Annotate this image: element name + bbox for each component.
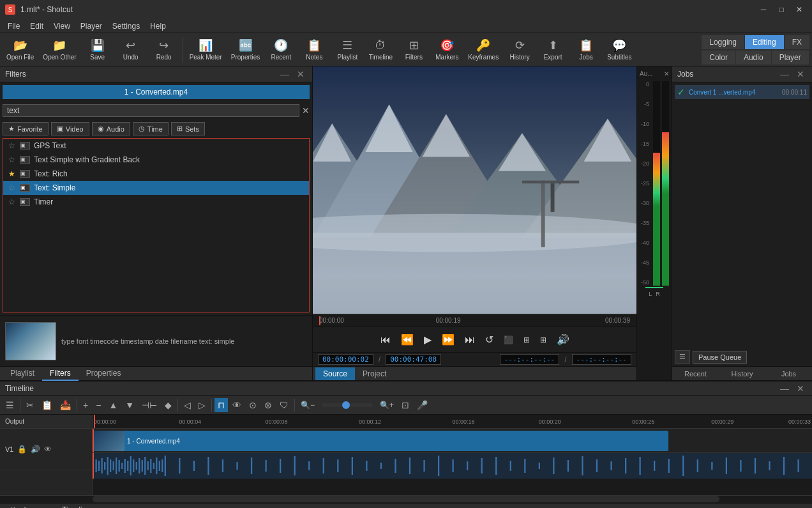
zoom-fit-button[interactable]: ⊡	[398, 398, 412, 412]
timeline-split-button[interactable]: ⊣⊢	[139, 398, 160, 412]
export-button[interactable]: ⬆ Export	[537, 35, 569, 65]
minimize-button[interactable]: ─	[756, 4, 771, 15]
timeline-zoom-thumb[interactable]	[342, 401, 350, 409]
subtitles-button[interactable]: 💬 Subtitles	[603, 35, 635, 65]
rewind-button[interactable]: ⏪	[398, 331, 416, 348]
menu-player[interactable]: Player	[75, 20, 107, 32]
v1-eye-icon[interactable]: 👁	[44, 445, 52, 454]
timeline-drop-button[interactable]: ▼	[122, 398, 137, 412]
text-rich-star[interactable]: ★	[8, 169, 16, 178]
history-button[interactable]: ⟳ History	[504, 35, 536, 65]
category-audio-button[interactable]: ◉ Audio	[92, 122, 130, 135]
volume-button[interactable]: 🔊	[554, 331, 572, 348]
zoom-out-button[interactable]: 🔍−	[297, 399, 318, 412]
timeline-record-button[interactable]: 🎤	[414, 398, 431, 412]
peak-meter-button[interactable]: 📊 Peak Meter	[186, 35, 226, 65]
properties-button[interactable]: 🔤 Properties	[227, 35, 264, 65]
undo-button[interactable]: ↩ Undo	[115, 35, 147, 65]
timeline-next-button[interactable]: ▷	[195, 398, 209, 412]
source-tab[interactable]: Source	[315, 367, 355, 380]
jobs-menu-button[interactable]: ☰	[675, 350, 690, 364]
menu-file[interactable]: File	[3, 20, 25, 32]
grid-button[interactable]: ⊞	[521, 333, 532, 347]
timer-star[interactable]: ☆	[8, 197, 16, 206]
jobs-minimize-button[interactable]: —	[778, 69, 792, 79]
logging-mode-button[interactable]: Logging	[702, 35, 744, 49]
editing-mode-button[interactable]: Editing	[745, 35, 784, 49]
category-sets-button[interactable]: ⊞ Sets	[171, 122, 205, 135]
gps-text-star[interactable]: ☆	[8, 141, 16, 150]
fx-mode-button[interactable]: FX	[785, 35, 809, 49]
redo-button[interactable]: ↪ Redo	[148, 35, 180, 65]
tab-playlist[interactable]: Playlist	[3, 367, 42, 381]
timeline-diamond-button[interactable]: ◆	[162, 398, 175, 412]
playlist-button[interactable]: ☰ Playlist	[331, 35, 363, 65]
timeline-lift-button[interactable]: ▲	[105, 398, 121, 412]
text-simple-gradient-star[interactable]: ☆	[8, 155, 16, 164]
skip-to-start-button[interactable]: ⏮	[378, 332, 393, 348]
open-other-button[interactable]: 📁 Open Other	[39, 35, 80, 65]
timeline-menu-button[interactable]: ☰	[3, 398, 17, 412]
timeline-scrollbar[interactable]	[93, 496, 719, 502]
filters-minimize-button[interactable]: —	[278, 69, 292, 79]
filters-clear-button[interactable]: ✕	[302, 105, 310, 116]
filter-gps-text[interactable]: ☆ ▣ GPS Text	[3, 139, 309, 153]
jobs-tab-recent[interactable]: Recent	[672, 367, 719, 380]
tab-properties[interactable]: Properties	[79, 367, 129, 381]
filter-timer[interactable]: ☆ ▣ Timer	[3, 195, 309, 209]
filter-text-simple[interactable]: ☆ ▣ Text: Simple	[3, 181, 309, 195]
fast-forward-button[interactable]: ⏩	[439, 331, 457, 348]
filters-close-button[interactable]: ✕	[294, 69, 307, 79]
save-button[interactable]: 💾 Save	[82, 35, 114, 65]
current-timecode[interactable]: 00:00:00:02	[318, 354, 373, 365]
timeline-ripple-delete-button[interactable]: −	[93, 398, 104, 412]
category-favorite-button[interactable]: ★ Favorite	[3, 122, 49, 135]
player-mode-button[interactable]: Player	[772, 50, 809, 65]
jobs-close-button[interactable]: ✕	[794, 69, 807, 79]
filters-button[interactable]: ⊞ Filters	[398, 35, 430, 65]
snap-button[interactable]: ⊞	[538, 333, 549, 347]
filters-search-input[interactable]	[3, 104, 299, 117]
menu-settings[interactable]: Settings	[107, 20, 145, 32]
v1-lock-icon[interactable]: 🔒	[17, 445, 27, 454]
timeline-close-button[interactable]: ✕	[794, 383, 807, 394]
tl-tab-keyframes[interactable]: Keyframes	[3, 504, 54, 509]
zoom-in-button[interactable]: 🔍+	[377, 399, 397, 412]
in-point-button[interactable]: ⬛	[501, 333, 516, 347]
open-file-button[interactable]: 📂 Open File	[3, 35, 38, 65]
pause-queue-button[interactable]: Pause Queue	[693, 351, 747, 364]
jobs-tab-jobs[interactable]: Jobs	[765, 367, 812, 380]
timeline-prev-button[interactable]: ◁	[181, 398, 194, 412]
menu-help[interactable]: Help	[145, 20, 171, 32]
timeline-button[interactable]: ⏱ Timeline	[365, 35, 396, 65]
timeline-zoom-slider[interactable]	[322, 403, 373, 407]
color-mode-button[interactable]: Color	[702, 50, 735, 65]
filter-text-rich[interactable]: ★ ▣ Text: Rich	[3, 167, 309, 181]
filter-text-simple-gradient[interactable]: ☆ ▣ Text Simple with Gradient Back	[3, 153, 309, 167]
maximize-button[interactable]: □	[774, 4, 789, 15]
recent-button[interactable]: 🕐 Recent	[265, 35, 297, 65]
tab-filters[interactable]: Filters	[42, 367, 79, 381]
menu-view[interactable]: View	[49, 20, 75, 32]
keyframes-button[interactable]: 🔑 Keyframes	[464, 35, 502, 65]
jobs-tab-history[interactable]: History	[719, 367, 765, 380]
timeline-scrub-button[interactable]: 👁	[229, 398, 244, 412]
loop-button[interactable]: ↺	[483, 331, 496, 348]
play-button[interactable]: ▶	[421, 331, 434, 348]
video-clip[interactable]: 1 - Converted.mp4	[93, 431, 668, 451]
skip-to-end-button[interactable]: ⏭	[462, 332, 477, 348]
project-tab[interactable]: Project	[355, 367, 394, 380]
timeline-append-button[interactable]: +	[80, 398, 91, 412]
v1-audio-icon[interactable]: 🔊	[31, 445, 40, 454]
text-simple-star[interactable]: ☆	[8, 183, 16, 192]
tl-tab-timeline[interactable]: Timeline	[54, 504, 98, 509]
timeline-copy-button[interactable]: 📋	[38, 398, 56, 412]
timeline-snap-button[interactable]: ⊓	[214, 398, 228, 412]
timeline-paste-button[interactable]: 📥	[57, 398, 74, 412]
category-time-button[interactable]: ◷ Time	[133, 122, 169, 135]
jobs-button[interactable]: 📋 Jobs	[570, 35, 602, 65]
timeline-lock-button[interactable]: 🛡	[276, 398, 292, 412]
menu-edit[interactable]: Edit	[25, 20, 49, 32]
close-button[interactable]: ✕	[792, 4, 807, 15]
audio-mode-button[interactable]: Audio	[736, 50, 771, 65]
